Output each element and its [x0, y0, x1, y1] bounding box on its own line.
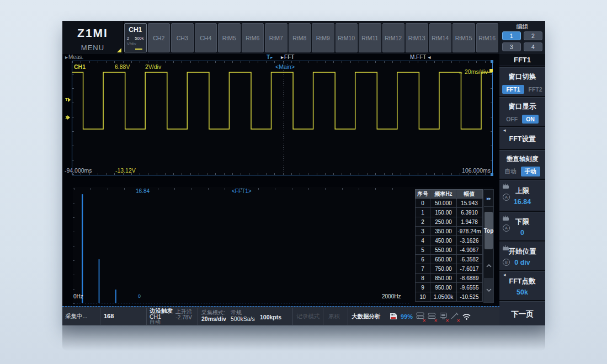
fft-menu[interactable]: FFT [281, 54, 294, 60]
knob-a-icon: A [503, 224, 510, 232]
table-cell: 1.0500k [430, 292, 457, 301]
tab-rtm16[interactable]: RtM16 [476, 23, 499, 52]
knob-icon [502, 215, 509, 221]
chevron-down-icon [486, 288, 492, 292]
option-on[interactable]: ON [522, 115, 539, 124]
table-cell: 7 [416, 264, 430, 273]
menu-button[interactable]: MENU [62, 44, 123, 52]
tab-rtm14[interactable]: RtM14 [429, 23, 452, 52]
fft-points-section[interactable]: FFT点数 50k [499, 271, 545, 300]
table-cell: 6.3910 [457, 208, 482, 217]
table-cell: 1.9478 [457, 217, 482, 226]
ch1-trace [72, 72, 492, 129]
table-row[interactable]: 101.0500k-10.525 [415, 292, 483, 302]
table-row[interactable]: 1150.006.3910 [415, 208, 483, 217]
drive-icon: ✕ [428, 312, 436, 322]
acq-mode: 常规 [231, 310, 255, 316]
table-row[interactable]: 050.00015.943 [415, 199, 483, 208]
table-cell: 950.00 [430, 283, 457, 292]
table-row[interactable]: 4450.00-3.1626 [415, 236, 483, 245]
table-cell: 15.943 [457, 199, 482, 207]
status-bar: 采集中... 168 边沿触发 CH1 自动 上升沿 -2.78V 采集模式: … [62, 306, 499, 325]
start-position-section[interactable]: B 开始位置 0 div [499, 242, 545, 270]
window-handle-icon [491, 60, 493, 63]
tab-rtm9[interactable]: RtM9 [312, 23, 334, 52]
group-button-3[interactable]: 3 [502, 42, 521, 51]
table-row[interactable]: 3350.00-978.24m [415, 227, 483, 236]
table-header-cell: 频率Hz [430, 190, 457, 198]
trigger-level-marker[interactable]: T [65, 97, 71, 102]
table-cell: 1 [416, 208, 430, 217]
option-auto[interactable]: 自动 [505, 168, 517, 175]
tab-rtm10[interactable]: RtM10 [336, 23, 358, 52]
tab-rtm15[interactable]: RtM15 [452, 23, 475, 52]
meas-menu[interactable]: Meas. [65, 54, 83, 60]
tab-rtm5[interactable]: RtM5 [218, 23, 241, 52]
tab-ch3[interactable]: CH3 [171, 23, 194, 52]
device-reflection [62, 325, 545, 351]
tab-rtm6[interactable]: RtM6 [242, 23, 264, 52]
tab-rtm8[interactable]: RtM8 [289, 23, 311, 52]
tab-rtm11[interactable]: RtM11 [359, 23, 381, 52]
option-fft1[interactable]: FFT1 [502, 85, 524, 94]
big-data-button[interactable]: 大数据分析 [352, 307, 381, 326]
table-cell: 650.00 [430, 255, 457, 264]
table-cell: 3 [416, 227, 430, 235]
table-cell: -6.3582 [457, 255, 482, 264]
group-button-1[interactable]: 1 [502, 31, 521, 40]
trigger-info[interactable]: 边沿触发 CH1 自动 [150, 308, 173, 327]
record-mode-button[interactable]: 记录模式 [296, 307, 320, 326]
table-row[interactable]: 8850.00-8.6889 [415, 274, 483, 283]
trigger-right-marker[interactable] [489, 69, 493, 72]
main-waveform-window[interactable]: CH1 6.88V 2V/div <Main> 20ms/div -94.000… [72, 61, 493, 175]
table-cell: 350.00 [430, 227, 457, 235]
tab-ch4[interactable]: CH4 [195, 23, 217, 52]
external-display-icon: ✕ [439, 312, 448, 322]
wave-vdiv: 2V/div [145, 63, 161, 70]
accumulate-button[interactable]: 累积 [328, 307, 340, 326]
trigger-mode: 自动 [150, 319, 173, 325]
table-expand-button[interactable] [484, 190, 493, 207]
screen-menubar: Meas. T FFT M.FFT [62, 54, 499, 61]
scroll-thumb[interactable]: Top [484, 212, 493, 249]
table-cell: 4 [416, 236, 430, 245]
scroll-down-button[interactable] [484, 278, 493, 302]
vertical-scale-section[interactable]: 垂直轴刻度 自动 手动 [499, 150, 545, 179]
tab-ch2[interactable]: CH2 [148, 23, 171, 52]
trigger-position-icon[interactable]: T [267, 54, 273, 60]
tab-rtm13[interactable]: RtM13 [406, 23, 428, 52]
table-header-cell: 序号 [416, 190, 430, 198]
group-button-4[interactable]: 4 [524, 42, 542, 51]
table-row[interactable]: 6650.00-6.3582 [415, 255, 483, 264]
menu-corner-icon [117, 48, 121, 52]
page: Z1MI MENU CH12500kV/divCH2CH3CH4RtM5RtM6… [0, 0, 607, 364]
fft-settings-section[interactable]: FFT设置 [499, 127, 545, 149]
scroll-up-button[interactable] [484, 255, 493, 277]
channel-tabs: CH12500kV/divCH2CH3CH4RtM5RtM6RtM7RtM8Rt… [123, 21, 499, 54]
option-fft2[interactable]: FFT2 [529, 86, 542, 93]
upper-limit-section[interactable]: A 上限 16.84 [499, 180, 545, 211]
tab-rtm7[interactable]: RtM7 [265, 23, 287, 52]
group-button-2[interactable]: 2 [524, 31, 542, 40]
trigger-level: -2.78V [175, 315, 192, 321]
channel1-marker[interactable]: 1 [65, 115, 70, 120]
table-cell: 5 [416, 245, 430, 254]
next-page-button[interactable]: 下一页 [499, 301, 545, 325]
table-row[interactable]: 5550.00-4.9067 [415, 245, 483, 255]
option-manual[interactable]: 手动 [521, 167, 540, 176]
window-switch-section[interactable]: 窗口切换 FFT1 FFT2 [499, 67, 545, 96]
table-row[interactable]: 9950.00-9.6555 [415, 283, 483, 292]
lower-limit-section[interactable]: A 下限 0 [499, 212, 545, 240]
table-row[interactable]: 2250.001.9478 [415, 217, 483, 227]
tab-ch1[interactable]: CH12500kV/div [124, 23, 147, 52]
knob-b-icon: B [503, 259, 510, 266]
table-cell: -9.6555 [457, 283, 482, 292]
panel-title: FFT1 [499, 54, 545, 66]
right-menu-panel: FFT1 窗口切换 FFT1 FFT2 窗口显示 OFF ON FFT设置 垂 [499, 54, 545, 325]
table-row[interactable]: 7750.00-7.6017 [415, 264, 483, 274]
option-off[interactable]: OFF [506, 116, 518, 122]
tab-rtm12[interactable]: RtM12 [382, 23, 405, 52]
window-display-section[interactable]: 窗口显示 OFF ON [499, 97, 545, 126]
mfft-menu[interactable]: M.FFT [410, 54, 430, 60]
knob-icon [502, 183, 509, 189]
